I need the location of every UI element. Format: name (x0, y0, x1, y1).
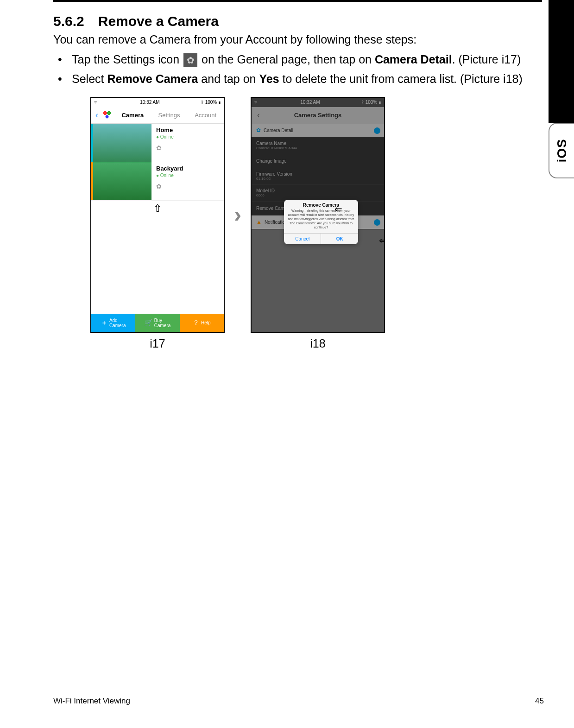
section-heading: 5.6.2Remove a Camera (53, 13, 542, 29)
status-time: 10:32 AM (140, 100, 159, 105)
camera-status: Online (156, 134, 219, 139)
arrow-left-icon (334, 203, 342, 215)
gear-icon[interactable]: ✿ (156, 183, 219, 190)
cart-icon: 🛒 (145, 319, 152, 326)
section-number: 5.6.2 (53, 13, 84, 29)
up-arrow-icon: ⇧ (91, 203, 224, 215)
back-chevron-icon[interactable]: ‹ (91, 110, 102, 120)
bottom-bar: ＋Add Camera 🛒Buy Camera ？Help (91, 314, 224, 332)
camera-row-home[interactable]: Home Online ✿ (91, 124, 224, 162)
bluetooth-icon: ᛒ (201, 100, 205, 105)
footer-page-number: 45 (535, 696, 544, 706)
dialog-body: Warning – deleting this camera from your… (284, 209, 358, 233)
plus-icon: ＋ (101, 319, 107, 326)
add-camera-button[interactable]: ＋Add Camera (91, 314, 135, 332)
arrow-left-icon (379, 235, 385, 246)
wifi-icon: ᯤ (94, 100, 99, 105)
dialog-title: Remove Camera (284, 200, 358, 209)
footer-left: Wi-Fi Internet Viewing (53, 696, 130, 706)
top-tabs: ‹ Camera Settings Account (91, 107, 224, 124)
status-bar: ᯤ 10:32 AM ᛒ 100% ▮ (91, 98, 224, 107)
chevron-right-icon: › (234, 202, 241, 227)
main-content: 5.6.2Remove a Camera You can remove a Ca… (53, 0, 542, 350)
camera-thumbnail (91, 162, 151, 200)
figure-caption-i17: i17 (90, 337, 225, 350)
tab-camera[interactable]: Camera (114, 112, 151, 119)
battery-icon: ▮ (217, 100, 221, 105)
help-icon: ？ (193, 319, 199, 326)
step-2: Select Remove Camera and tap on Yes to d… (53, 70, 542, 87)
dialog-cancel-button[interactable]: Cancel (284, 234, 322, 244)
gear-icon[interactable]: ✿ (156, 144, 219, 152)
intro-text: You can remove a Camera from your Accoun… (53, 33, 542, 46)
camera-thumbnail (91, 124, 151, 162)
camera-name: Home (156, 127, 219, 133)
page-footer: Wi-Fi Internet Viewing 45 (53, 696, 544, 706)
ios-side-tab: iOS (549, 123, 574, 178)
dialog-ok-button[interactable]: OK (321, 234, 358, 244)
phone-i18: ᯤ 10:32 AM ᛒ 100% ▮ ‹ Camera Settings ✿ … (251, 97, 385, 333)
buy-camera-button[interactable]: 🛒Buy Camera (135, 314, 179, 332)
help-button[interactable]: ？Help (180, 314, 224, 332)
figure-i17: ᯤ 10:32 AM ᛒ 100% ▮ ‹ Camera Settings Ac… (90, 97, 225, 350)
section-title: Remove a Camera (98, 13, 219, 29)
camera-row-backyard[interactable]: Backyard Online ✿ (91, 162, 224, 201)
right-margin-black (549, 0, 574, 123)
phone-i17: ᯤ 10:32 AM ᛒ 100% ▮ ‹ Camera Settings Ac… (90, 97, 225, 333)
gear-icon: ✿ (183, 53, 197, 67)
figures-row: ᯤ 10:32 AM ᛒ 100% ▮ ‹ Camera Settings Ac… (53, 97, 542, 350)
ios-label: iOS (554, 139, 569, 162)
figure-caption-i18: i18 (251, 337, 385, 350)
figure-i18: ᯤ 10:32 AM ᛒ 100% ▮ ‹ Camera Settings ✿ … (251, 97, 385, 350)
step-1: Tap the Settings icon ✿ on the General p… (53, 51, 542, 68)
app-logo-icon (102, 110, 112, 120)
tab-account[interactable]: Account (187, 112, 224, 119)
status-battery: 100% (205, 100, 217, 105)
tab-settings[interactable]: Settings (151, 112, 188, 119)
camera-name: Backyard (156, 165, 219, 172)
camera-status: Online (156, 173, 219, 178)
steps-list: Tap the Settings icon ✿ on the General p… (53, 51, 542, 88)
remove-camera-dialog: Remove Camera Warning – deleting this ca… (284, 200, 358, 244)
